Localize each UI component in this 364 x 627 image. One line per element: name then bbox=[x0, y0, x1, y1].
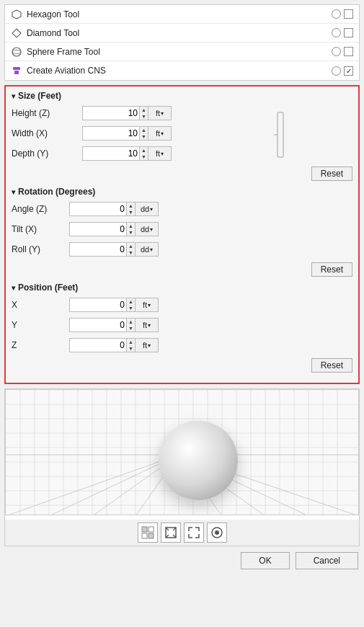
sphere-frame-tool-label: Sphere Frame Tool bbox=[27, 47, 100, 57]
depth-spin-up[interactable]: ▲ bbox=[140, 147, 148, 154]
hexagon-icon bbox=[11, 9, 22, 20]
height-spin-down[interactable]: ▼ bbox=[140, 113, 148, 120]
pos-x-spin-up[interactable]: ▲ bbox=[127, 298, 135, 305]
pos-z-spin-down[interactable]: ▼ bbox=[127, 345, 135, 352]
pos-x-input[interactable] bbox=[69, 298, 127, 312]
pos-y-unit[interactable]: ft ▾ bbox=[136, 318, 159, 332]
aviation-cns-icon bbox=[11, 65, 22, 76]
roll-input[interactable] bbox=[69, 242, 127, 257]
svg-rect-51 bbox=[142, 533, 147, 538]
angle-spinner[interactable]: ▲ ▼ bbox=[127, 202, 136, 216]
depth-unit[interactable]: ft ▾ bbox=[148, 146, 172, 161]
tilt-input[interactable] bbox=[69, 222, 127, 236]
position-section-title: Position (Feet) bbox=[18, 283, 78, 293]
hexagon-checkbox[interactable] bbox=[344, 9, 353, 19]
pos-x-row: X ▲ ▼ ft ▾ bbox=[12, 297, 352, 313]
angle-label: Angle (Z) bbox=[12, 204, 69, 214]
tilt-spin-down[interactable]: ▼ bbox=[127, 229, 135, 236]
height-spin-up[interactable]: ▲ bbox=[140, 107, 148, 113]
height-input[interactable] bbox=[82, 106, 140, 120]
rotation-section-header: ▾ Rotation (Degrees) bbox=[12, 187, 352, 197]
rotation-reset-button[interactable]: Reset bbox=[311, 262, 352, 277]
tool-item-aviation-cns[interactable]: Create Aviation CNS ✓ bbox=[5, 61, 359, 80]
height-unit[interactable]: ft ▾ bbox=[148, 106, 172, 120]
main-container: Hexagon Tool Diamond Tool bbox=[0, 0, 364, 627]
tilt-spinner[interactable]: ▲ ▼ bbox=[127, 222, 136, 236]
roll-spin-down[interactable]: ▼ bbox=[127, 249, 135, 256]
width-spin-up[interactable]: ▲ bbox=[140, 127, 148, 133]
tool-item-hexagon[interactable]: Hexagon Tool bbox=[5, 5, 359, 24]
sphere-frame-checkbox[interactable] bbox=[344, 47, 353, 56]
width-input[interactable] bbox=[82, 126, 140, 141]
tool-list: Hexagon Tool Diamond Tool bbox=[4, 4, 360, 81]
width-label: Width (X) bbox=[12, 128, 69, 138]
position-section-header: ▾ Position (Feet) bbox=[12, 283, 352, 293]
width-unit[interactable]: ft ▾ bbox=[148, 126, 172, 141]
rotation-reset-row: Reset bbox=[12, 262, 352, 277]
depth-spinner[interactable]: ▲ ▼ bbox=[140, 146, 148, 161]
aviation-cns-label: Create Aviation CNS bbox=[27, 66, 106, 76]
diamond-checkbox[interactable] bbox=[344, 28, 353, 37]
width-spin-down[interactable]: ▼ bbox=[140, 133, 148, 140]
pos-y-spin-down[interactable]: ▼ bbox=[127, 325, 135, 332]
cancel-button[interactable]: Cancel bbox=[296, 552, 358, 569]
pos-x-spin-down[interactable]: ▼ bbox=[127, 305, 135, 311]
tilt-spin-up[interactable]: ▲ bbox=[127, 223, 135, 229]
pos-y-spinner[interactable]: ▲ ▼ bbox=[127, 318, 136, 332]
size-reset-row: Reset bbox=[12, 166, 352, 181]
viewport-container bbox=[4, 388, 360, 546]
angle-input[interactable] bbox=[69, 202, 127, 216]
viewport-fit-button[interactable] bbox=[161, 522, 181, 543]
roll-spinner[interactable]: ▲ ▼ bbox=[127, 242, 136, 257]
position-reset-row: Reset bbox=[12, 358, 352, 373]
svg-rect-50 bbox=[148, 527, 154, 532]
angle-spin-up[interactable]: ▲ bbox=[127, 203, 135, 209]
rotation-section-title: Rotation (Degrees) bbox=[18, 187, 95, 197]
height-label: Height (Z) bbox=[12, 108, 69, 118]
rotation-collapse-arrow[interactable]: ▾ bbox=[12, 188, 15, 196]
aviation-cns-checkbox[interactable]: ✓ bbox=[344, 66, 353, 76]
pos-z-spinner[interactable]: ▲ ▼ bbox=[127, 338, 136, 352]
roll-spin-up[interactable]: ▲ bbox=[127, 243, 135, 249]
size-collapse-arrow[interactable]: ▾ bbox=[12, 92, 15, 100]
pos-x-spinner[interactable]: ▲ ▼ bbox=[127, 298, 136, 312]
pos-y-row: Y ▲ ▼ ft ▾ bbox=[12, 317, 352, 333]
viewport-grid-button[interactable] bbox=[138, 522, 158, 543]
pos-z-unit[interactable]: ft ▾ bbox=[136, 338, 159, 352]
tool-item-sphere-frame[interactable]: Sphere Frame Tool bbox=[5, 43, 359, 61]
viewport-sphere-button[interactable] bbox=[207, 522, 227, 543]
angle-row: Angle (Z) ▲ ▼ dd ▾ bbox=[12, 201, 352, 217]
height-spinner[interactable]: ▲ ▼ bbox=[140, 106, 148, 120]
viewport[interactable] bbox=[5, 389, 359, 515]
tilt-unit[interactable]: dd ▾ bbox=[136, 222, 159, 236]
depth-spin-down[interactable]: ▼ bbox=[140, 154, 148, 160]
diamond-tool-label: Diamond Tool bbox=[27, 28, 79, 38]
pos-z-input[interactable] bbox=[69, 338, 127, 352]
sphere-frame-radio[interactable] bbox=[332, 47, 341, 56]
pos-x-label: X bbox=[12, 300, 69, 310]
tool-item-diamond[interactable]: Diamond Tool bbox=[5, 24, 359, 43]
pos-z-spin-up[interactable]: ▲ bbox=[127, 339, 135, 345]
pos-y-label: Y bbox=[12, 320, 69, 330]
angle-spin-down[interactable]: ▼ bbox=[127, 209, 135, 215]
depth-row: Depth (Y) ▲ ▼ ft ▾ bbox=[12, 146, 352, 161]
svg-point-59 bbox=[215, 530, 219, 535]
position-reset-button[interactable]: Reset bbox=[311, 358, 352, 373]
ok-button[interactable]: OK bbox=[241, 552, 289, 569]
viewport-expand-button[interactable] bbox=[184, 522, 204, 543]
aviation-cns-radio[interactable] bbox=[332, 66, 341, 76]
angle-unit[interactable]: dd ▾ bbox=[136, 202, 159, 216]
hexagon-radio[interactable] bbox=[332, 9, 341, 19]
pos-y-spin-up[interactable]: ▲ bbox=[127, 319, 135, 325]
diamond-icon bbox=[11, 27, 22, 39]
pos-y-input[interactable] bbox=[69, 318, 127, 332]
diamond-radio[interactable] bbox=[332, 28, 341, 37]
position-collapse-arrow[interactable]: ▾ bbox=[12, 284, 15, 292]
pos-x-unit[interactable]: ft ▾ bbox=[136, 298, 159, 312]
size-section-title: Size (Feet) bbox=[18, 91, 61, 101]
size-reset-button[interactable]: Reset bbox=[311, 166, 352, 181]
depth-input[interactable] bbox=[82, 146, 140, 161]
roll-unit[interactable]: dd ▾ bbox=[136, 242, 159, 257]
width-spinner[interactable]: ▲ ▼ bbox=[140, 126, 148, 141]
svg-marker-0 bbox=[12, 10, 21, 19]
